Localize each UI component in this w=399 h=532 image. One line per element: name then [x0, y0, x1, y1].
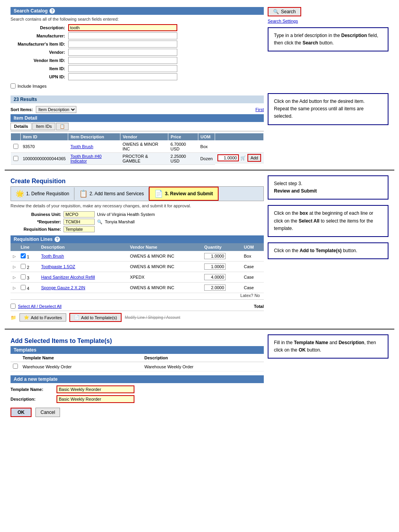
row2-price: 2.25000 USD	[168, 153, 198, 165]
latex-note: Latex? No	[11, 293, 264, 298]
row2-checkbox[interactable]	[13, 156, 18, 161]
line2-desc[interactable]: Toothpaste 1.5OZ	[41, 264, 75, 269]
step3-tooltip: Select step 3. Review and Submit	[268, 175, 388, 200]
vendor-label: Vendor:	[11, 50, 65, 55]
item-tabs: Details Item IDs 📋	[11, 122, 264, 131]
add-to-template-btn[interactable]: 📄 Add to Template(s)	[69, 313, 122, 322]
req-line-row: ▷ 4 Sponge Gauze 2 X 2IN OWENS & MINOR I…	[11, 283, 264, 293]
line1-expand[interactable]: ▷	[13, 254, 16, 258]
line2-checkbox[interactable]	[21, 264, 26, 269]
line3-checkbox[interactable]	[21, 274, 26, 279]
upn-id-input[interactable]	[68, 73, 177, 80]
line1-num: 1	[27, 255, 29, 259]
step1-label: 1. Define Requisition	[26, 191, 69, 196]
template-row: Warehouse Weekly Order Warehouse Weekly …	[11, 362, 264, 371]
req-lines-header: Requisition Lines ?	[11, 235, 264, 243]
search-contains-text: Search contains all of the following sea…	[11, 15, 119, 23]
line1-desc[interactable]: Tooth Brush	[41, 254, 64, 258]
line4-desc[interactable]: Sponge Gauze 2 X 2IN	[41, 285, 85, 290]
manufacturer-item-id-label: Manufacturer's Item ID:	[11, 42, 65, 46]
req-col-line: Line	[18, 243, 39, 251]
line4-expand[interactable]: ▷	[13, 286, 16, 290]
results-count: 23 Results	[14, 97, 37, 102]
line2-uom: Case	[242, 262, 264, 272]
manufacturer-item-id-input[interactable]	[68, 41, 177, 48]
vendor-item-id-input[interactable]	[68, 57, 177, 64]
include-images-checkbox[interactable]	[11, 83, 16, 88]
item-id-input[interactable]	[68, 65, 177, 72]
ok-button[interactable]: OK	[11, 408, 32, 417]
manufacturer-input[interactable]	[68, 32, 177, 39]
cart-icon: 🛒	[240, 156, 246, 161]
search-catalog-title: Search Catalog	[14, 8, 48, 14]
description-label2: Description:	[11, 397, 53, 401]
row1-item-id: 93570	[21, 141, 68, 153]
line2-qty[interactable]	[204, 263, 226, 270]
first-link[interactable]: First	[256, 107, 264, 112]
search-help-icon[interactable]: ?	[49, 8, 55, 14]
vendor-item-id-label: Vendor Item ID:	[11, 58, 65, 63]
line3-qty[interactable]	[204, 274, 226, 280]
vendor-input[interactable]	[68, 49, 177, 56]
select-all-link[interactable]: Select All / Deselect All	[18, 304, 62, 309]
col-item-desc: Item Description	[68, 133, 120, 141]
row2-uom: Dozen	[198, 153, 215, 165]
row2-vendor: PROCTOR & GAMBLE	[120, 153, 168, 165]
line1-qty[interactable]	[204, 253, 226, 259]
item-ids-tab[interactable]: Item IDs	[32, 123, 55, 130]
row2-item-id: 100000000000044365	[21, 153, 68, 165]
step1-icon: 🌟	[16, 189, 24, 198]
add-to-favorites-btn[interactable]: ⭐ Add to Favorites	[19, 313, 66, 322]
line4-qty[interactable]	[204, 285, 226, 291]
upn-id-label: UPN ID:	[11, 74, 65, 79]
line2-expand[interactable]: ▷	[13, 265, 16, 269]
modify-line-text: Modify Line / Shipping / Account	[125, 315, 180, 320]
template-col-name: Template Name	[20, 354, 142, 362]
step3[interactable]: 📄 3. Review and Submit	[149, 187, 218, 201]
details-tab[interactable]: Details	[11, 123, 32, 130]
item-id-label: Item ID:	[11, 66, 65, 71]
cancel-button[interactable]: Cancel	[35, 408, 60, 417]
step2-label: 2. Add Items and Services	[90, 191, 144, 196]
step1[interactable]: 🌟 1. Define Requisition	[11, 187, 74, 200]
table-icon-tab[interactable]: 📋	[56, 123, 69, 130]
line3-desc[interactable]: Hand Sanitizer Alcohol Refill	[41, 275, 95, 279]
req-col-vendor: Vendor Name	[127, 243, 202, 251]
step3-icon: 📄	[154, 189, 163, 198]
line1-vendor: OWENS & MINOR INC	[127, 251, 202, 262]
line2-vendor: OWENS & MINOR INC	[127, 262, 202, 272]
description-input2[interactable]	[56, 395, 134, 403]
req-name-label: Requisition Name:	[11, 227, 61, 232]
step2-icon: 📋	[79, 189, 88, 198]
search-icon: 🔍	[273, 9, 279, 14]
add-button[interactable]: Add	[247, 154, 261, 162]
template-name-input[interactable]	[56, 385, 134, 393]
add-new-template-header: Add a new template	[11, 375, 264, 383]
row2-item-desc[interactable]: Tooth Brush #40 Indicator	[71, 154, 102, 163]
row2-qty-input[interactable]	[217, 154, 239, 161]
select-all-checkbox[interactable]	[11, 304, 16, 309]
sort-select[interactable]: Item Description	[36, 106, 76, 113]
req-lines-table: Line Description Vendor Name Quantity UO…	[11, 243, 264, 293]
line1-checkbox[interactable]	[21, 253, 26, 258]
req-form: Business Unit: MCPO Univ of Virginia Hea…	[11, 211, 264, 232]
folder-icon: 📁	[11, 315, 16, 320]
req-line-row: ▷ 2 Toothpaste 1.5OZ OWENS & MINOR INC C…	[11, 262, 264, 272]
search-settings-link[interactable]: Search Settings	[268, 19, 298, 23]
requester-search-icon[interactable]: 🔍	[97, 219, 102, 224]
requester-value: TCM3H	[64, 219, 95, 225]
step2[interactable]: 📋 2. Add Items and Services	[74, 187, 149, 200]
req-intro: Review the details of your requisition, …	[11, 203, 264, 208]
add-tooltip: Click on the Add button for the desired …	[268, 93, 388, 125]
row1-checkbox[interactable]	[13, 144, 18, 149]
req-line-row: ▷ 1 Tooth Brush OWENS & MINOR INC Box	[11, 251, 264, 262]
line4-uom: Case	[242, 283, 264, 293]
line3-num: 3	[27, 276, 29, 280]
line4-checkbox[interactable]	[21, 285, 26, 290]
search-button[interactable]: 🔍 Search	[268, 7, 301, 16]
line3-expand[interactable]: ▷	[13, 275, 16, 279]
template1-checkbox[interactable]	[13, 364, 18, 369]
req-lines-help-icon[interactable]: ?	[55, 237, 60, 242]
row1-item-desc[interactable]: Tooth Brush	[71, 144, 94, 149]
description-input[interactable]	[68, 24, 177, 31]
